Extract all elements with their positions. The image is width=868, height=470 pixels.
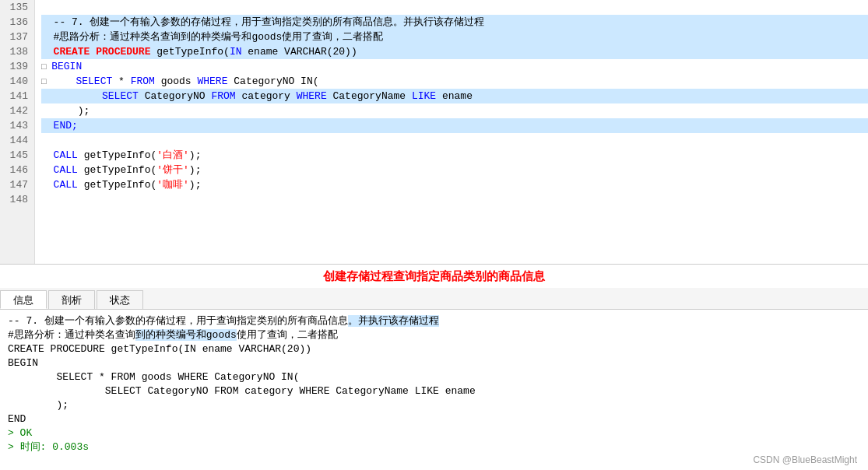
line-number: 138 xyxy=(6,44,28,59)
code-line: □ BEGIN xyxy=(41,59,868,74)
line-number: 146 xyxy=(6,163,28,177)
code-line: #思路分析：通过种类名查询到的种类编号和goods使用了查询，二者搭配 xyxy=(41,30,868,44)
tab-状态[interactable]: 状态 xyxy=(97,290,143,309)
line-number: 140 xyxy=(6,74,28,89)
line-numbers: 1351361371381391401411421431441451461471… xyxy=(0,0,35,264)
code-line: CREATE PROCEDURE getTypeInfo(IN ename VA… xyxy=(41,44,868,59)
code-line: CALL getTypeInfo('白酒'); xyxy=(41,148,868,163)
code-line xyxy=(41,133,868,148)
line-number: 143 xyxy=(6,118,28,133)
line-number: 141 xyxy=(6,89,28,103)
code-line: ); xyxy=(41,103,868,118)
line-number: 135 xyxy=(6,0,28,15)
code-line xyxy=(41,192,868,207)
code-line xyxy=(41,0,868,15)
line-number: 136 xyxy=(6,15,28,30)
code-line: □ SELECT * FROM goods WHERE CategoryNO I… xyxy=(41,74,868,89)
code-line: -- 7. 创建一个有输入参数的存储过程，用于查询指定类别的所有商品信息。并执行… xyxy=(41,15,868,30)
tab-信息[interactable]: 信息 xyxy=(0,290,47,309)
line-number: 148 xyxy=(6,192,28,207)
line-number: 145 xyxy=(6,148,28,163)
tabs-row: 信息剖析状态 xyxy=(0,288,868,310)
watermark: CSDN @BlueBeastMight xyxy=(753,454,857,465)
code-content: -- 7. 创建一个有输入参数的存储过程，用于查询指定类别的所有商品信息。并执行… xyxy=(35,0,868,264)
banner: 创建存储过程查询指定商品类别的商品信息 xyxy=(0,265,868,288)
line-number: 144 xyxy=(6,133,28,148)
line-number: 142 xyxy=(6,103,28,118)
tab-剖析[interactable]: 剖析 xyxy=(48,290,95,309)
line-number: 147 xyxy=(6,177,28,192)
code-line: CALL getTypeInfo('咖啡'); xyxy=(41,177,868,192)
code-line: SELECT CategoryNO FROM category WHERE Ca… xyxy=(41,89,868,103)
line-number: 139 xyxy=(6,59,28,74)
editor-area: 1351361371381391401411421431441451461471… xyxy=(0,0,868,265)
code-line: CALL getTypeInfo('饼干'); xyxy=(41,163,868,177)
line-number: 137 xyxy=(6,30,28,44)
code-line: END; xyxy=(41,118,868,133)
output-area: -- 7. 创建一个有输入参数的存储过程，用于查询指定类别的所有商品信息。并执行… xyxy=(0,310,868,458)
bottom-panel: 信息剖析状态 -- 7. 创建一个有输入参数的存储过程，用于查询指定类别的所有商… xyxy=(0,288,868,458)
